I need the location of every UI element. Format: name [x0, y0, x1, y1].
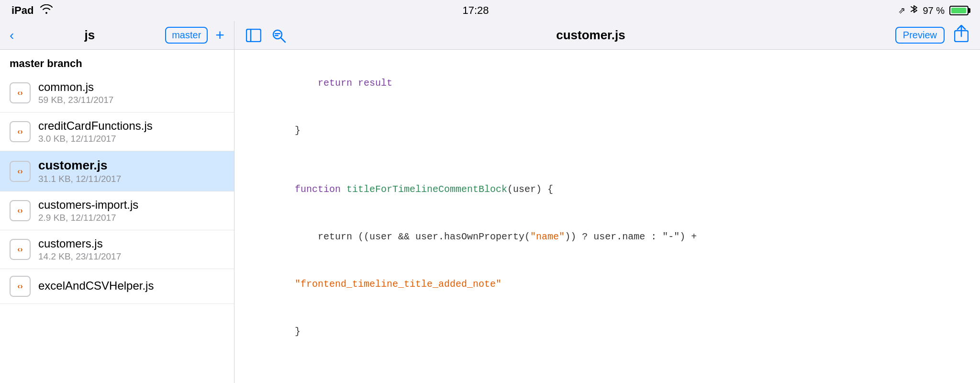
status-right: ⇗ 97 %: [898, 4, 969, 17]
file-meta: 3.0 KB, 12/11/2017: [38, 134, 224, 144]
file-name: customers-import.js: [38, 198, 224, 212]
file-meta: 14.2 KB, 23/11/2017: [38, 251, 224, 262]
sidebar-title: js: [22, 28, 157, 43]
sidebar-navbar: ‹ js master +: [0, 21, 234, 50]
file-list[interactable]: ‹› common.js 59 KB, 23/11/2017 ‹› credit…: [0, 74, 234, 383]
code-line: return ((user && user.hasOwnProperty("na…: [249, 213, 966, 260]
file-info: creditCardFunctions.js 3.0 KB, 12/11/201…: [38, 119, 224, 144]
file-name: excelAndCSVHelper.js: [38, 279, 224, 293]
file-info: customers-import.js 2.9 KB, 12/11/2017: [38, 198, 224, 223]
editor-navbar: customer.js Preview: [234, 21, 980, 50]
location-icon: ⇗: [898, 5, 905, 16]
file-name: customer.js: [38, 158, 224, 173]
file-name: creditCardFunctions.js: [38, 119, 224, 133]
preview-button[interactable]: Preview: [895, 27, 945, 44]
code-line: }: [249, 308, 966, 355]
battery-percentage: 97 %: [923, 5, 945, 16]
device-label: iPad: [11, 4, 33, 17]
list-item[interactable]: ‹› creditCardFunctions.js 3.0 KB, 12/11/…: [0, 113, 234, 151]
bluetooth-icon: [910, 4, 918, 17]
file-icon: ‹›: [10, 161, 31, 182]
add-button[interactable]: +: [215, 26, 224, 44]
svg-line-3: [281, 38, 285, 42]
editor-title: customer.js: [296, 28, 886, 43]
battery-icon: [949, 6, 969, 15]
file-icon: ‹›: [10, 276, 31, 297]
file-icon: ‹›: [10, 239, 31, 260]
list-item-active[interactable]: ‹› customer.js 31.1 KB, 12/11/2017: [0, 151, 234, 192]
status-time: 17:28: [462, 4, 489, 17]
status-bar: iPad 17:28 ⇗ 97 %: [0, 0, 980, 21]
panel-icon[interactable]: [246, 29, 261, 42]
code-view[interactable]: return result } function titleForTimelin…: [234, 50, 980, 383]
editor-area: customer.js Preview return result: [234, 21, 980, 383]
svg-rect-5: [275, 35, 278, 36]
main-content: ‹ js master + master branch ‹› common.js…: [0, 21, 980, 383]
file-info: common.js 59 KB, 23/11/2017: [38, 80, 224, 105]
file-meta: 59 KB, 23/11/2017: [38, 95, 224, 105]
branch-label: master branch: [0, 50, 234, 74]
code-line: function generateTimeline(userNotes, use…: [249, 367, 966, 383]
list-item[interactable]: ‹› customers-import.js 2.9 KB, 12/11/201…: [0, 192, 234, 230]
file-icon: ‹›: [10, 200, 31, 221]
svg-rect-0: [246, 29, 261, 42]
sidebar: ‹ js master + master branch ‹› common.js…: [0, 21, 234, 383]
wifi-icon: [40, 4, 53, 17]
code-brace: }: [249, 107, 966, 154]
code-line: "frontend_timeline_title_added_note": [249, 260, 966, 308]
editor-nav-icons: [246, 28, 286, 43]
file-meta: 31.1 KB, 12/11/2017: [38, 174, 224, 184]
status-left: iPad: [11, 4, 53, 17]
file-meta: 2.9 KB, 12/11/2017: [38, 213, 224, 223]
file-icon: ‹›: [10, 121, 31, 142]
list-item[interactable]: ‹› common.js 59 KB, 23/11/2017: [0, 74, 234, 113]
code-partial-top: return result: [249, 59, 966, 107]
file-info: customers.js 14.2 KB, 23/11/2017: [38, 237, 224, 262]
branch-badge[interactable]: master: [165, 27, 208, 44]
code-line: function titleForTimelineCommentBlock(us…: [249, 166, 966, 213]
file-name: common.js: [38, 80, 224, 94]
list-item[interactable]: ‹› customers.js 14.2 KB, 23/11/2017: [0, 230, 234, 269]
file-info: excelAndCSVHelper.js: [38, 279, 224, 293]
file-icon: ‹›: [10, 82, 31, 103]
list-item[interactable]: ‹› excelAndCSVHelper.js: [0, 269, 234, 304]
svg-rect-4: [275, 33, 280, 34]
share-icon[interactable]: [954, 25, 969, 45]
file-name: customers.js: [38, 237, 224, 250]
battery-fill: [951, 8, 966, 13]
search-icon[interactable]: [271, 28, 286, 43]
back-button[interactable]: ‹: [10, 28, 14, 43]
file-info: customer.js 31.1 KB, 12/11/2017: [38, 158, 224, 184]
